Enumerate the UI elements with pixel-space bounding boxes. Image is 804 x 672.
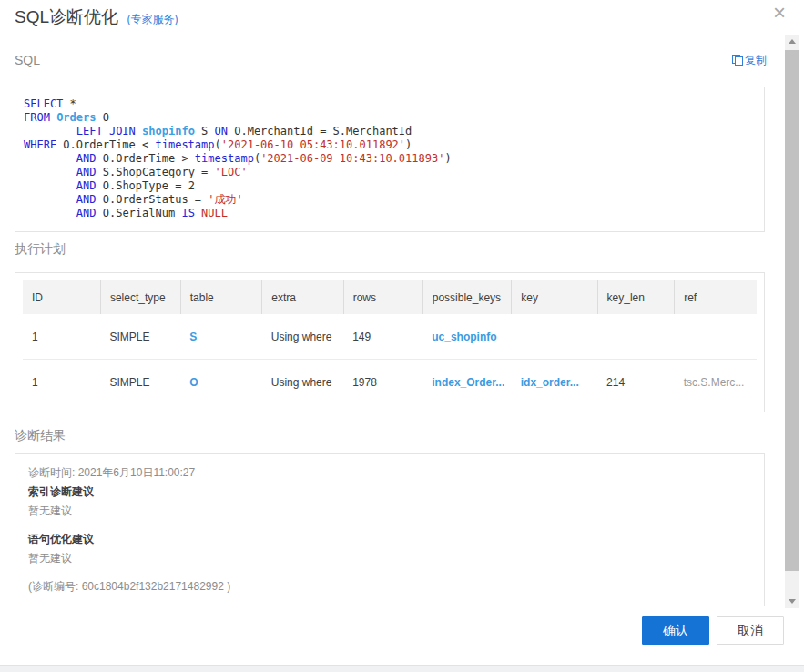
table-row: 1SIMPLESUsing where149uc_shopinfo	[23, 314, 757, 360]
statement-advice-body: 暂无建议	[28, 549, 751, 568]
sql-token	[136, 125, 142, 137]
dialog-title: SQL诊断优化	[15, 7, 118, 26]
sql-code: SELECT *FROM Orders O LEFT JOIN shopinfo…	[15, 87, 764, 220]
statement-advice-title: 语句优化建议	[28, 530, 751, 549]
sql-token	[24, 179, 76, 192]
sql-token: 'LOC'	[215, 166, 248, 178]
index-advice-body: 暂无建议	[28, 502, 751, 521]
table-row: 1SIMPLEOUsing where1978index_Order...idx…	[23, 360, 757, 405]
sql-token: AND	[76, 166, 97, 178]
table-cell-link[interactable]: index_Order...	[432, 376, 504, 389]
column-header: extra	[262, 280, 343, 314]
sql-token: O.MerchantId = S.MerchantId	[228, 125, 412, 137]
column-header: ref	[675, 280, 757, 314]
table-cell-link[interactable]: idx_order...	[521, 376, 579, 389]
scroll-down-icon[interactable]	[785, 594, 799, 608]
sql-token: S	[195, 125, 215, 137]
column-header: key	[512, 280, 597, 314]
plan-section-label: 执行计划	[15, 241, 66, 256]
sql-token	[195, 207, 201, 219]
sql-token: S.ShopCategory =	[96, 166, 214, 178]
index-advice-title: 索引诊断建议	[28, 483, 751, 502]
confirm-button[interactable]: 确认	[642, 616, 709, 645]
table-cell: SIMPLE	[109, 376, 149, 389]
plan-section-header: 执行计划	[15, 241, 767, 258]
sql-token: '成功'	[208, 193, 242, 206]
sql-token: O.ShopType = 2	[96, 179, 194, 192]
execution-plan-box: IDselect_typetableextrarowspossible_keys…	[15, 272, 765, 412]
copy-button-label: 复制	[745, 54, 767, 66]
sql-token: Orders	[56, 111, 96, 124]
table-cell: tsc.S.Merc...	[684, 376, 745, 389]
sql-token: NULL	[201, 207, 228, 219]
close-icon[interactable]: ×	[773, 2, 786, 24]
dialog-footer: 确认 取消	[642, 616, 784, 645]
column-header: key_len	[597, 280, 675, 314]
table-cell: Using where	[271, 331, 332, 343]
sql-token: AND	[76, 179, 97, 192]
sql-section-label: SQL	[15, 53, 40, 67]
sql-token: FROM	[24, 111, 50, 124]
page-background-strip	[0, 665, 804, 672]
sql-token: )	[405, 138, 412, 151]
sql-token: O.OrderTime <	[56, 138, 155, 151]
column-header: select_type	[100, 280, 180, 314]
plan-body: 1SIMPLESUsing where149uc_shopinfo1SIMPLE…	[23, 314, 757, 404]
dialog-header: SQL诊断优化 (专家服务)	[15, 5, 749, 29]
sql-token	[24, 125, 76, 137]
sql-token: timestamp	[195, 152, 254, 165]
scroll-up-icon[interactable]	[785, 35, 799, 49]
cancel-button[interactable]: 取消	[717, 616, 784, 645]
sql-token: AND	[76, 152, 97, 165]
table-cell: 1	[32, 331, 38, 343]
sql-token	[24, 207, 76, 219]
table-cell: 1978	[352, 376, 377, 389]
sql-token: WHERE	[24, 138, 56, 151]
sql-token: LEFT JOIN	[76, 125, 136, 137]
diagnosis-result-box: 诊断时间: 2021年6月10日11:00:27 索引诊断建议 暂无建议 语句优…	[15, 453, 765, 606]
sql-token: AND	[76, 207, 97, 219]
copy-icon	[732, 55, 743, 65]
sql-token: IS	[181, 207, 194, 219]
sql-code-box: SELECT *FROM Orders O LEFT JOIN shopinfo…	[15, 87, 765, 232]
diagnose-time: 诊断时间: 2021年6月10日11:00:27	[28, 463, 751, 483]
sql-token: O.OrderTime >	[96, 152, 194, 165]
sql-token: '2021-06-10 05:43:10.011892'	[221, 138, 405, 151]
table-cell: 214	[606, 376, 625, 389]
result-section-header: 诊断结果	[15, 428, 767, 444]
sql-token: O.SerialNum	[96, 207, 181, 219]
sql-section-header: 复制 SQL	[15, 53, 767, 68]
scrollbar-thumb[interactable]	[785, 50, 799, 571]
sql-token	[24, 152, 76, 165]
sql-token: '2021-06-09 10:43:10.011893'	[260, 152, 444, 165]
column-header: possible_keys	[422, 280, 512, 314]
column-header: ID	[23, 280, 100, 314]
diagnose-id: (诊断编号: 60c1804b2f132b2171482992 )	[28, 577, 751, 596]
sql-token	[24, 166, 76, 178]
sql-token: shopinfo	[142, 125, 195, 137]
sql-token	[24, 193, 76, 206]
table-cell: 1	[32, 376, 38, 389]
execution-plan-table: IDselect_typetableextrarowspossible_keys…	[23, 280, 757, 404]
table-cell: 149	[352, 331, 371, 343]
sql-token: AND	[76, 193, 97, 206]
table-cell-link[interactable]: O	[189, 376, 198, 389]
sql-token: *	[63, 97, 76, 110]
scrollbar[interactable]	[785, 35, 799, 608]
plan-header-row: IDselect_typetableextrarowspossible_keys…	[23, 280, 757, 314]
sql-diagnosis-dialog: SQL诊断优化 (专家服务) × 复制 SQL SELECT *FROM Ord…	[0, 0, 804, 672]
table-cell-link[interactable]: uc_shopinfo	[432, 331, 496, 343]
sql-token: (	[215, 138, 221, 151]
copy-button[interactable]: 复制	[732, 53, 767, 68]
result-section-label: 诊断结果	[15, 428, 66, 443]
sql-token: )	[444, 152, 451, 165]
column-header: rows	[343, 280, 422, 314]
table-cell-link[interactable]: S	[189, 331, 197, 343]
sql-token: SELECT	[24, 97, 63, 110]
dialog-subtitle: (专家服务)	[127, 13, 178, 25]
sql-token: O.OrderStatus =	[96, 193, 208, 206]
column-header: table	[180, 280, 261, 314]
sql-token: timestamp	[156, 138, 215, 151]
table-cell: Using where	[271, 376, 332, 389]
sql-token: ON	[215, 125, 228, 137]
